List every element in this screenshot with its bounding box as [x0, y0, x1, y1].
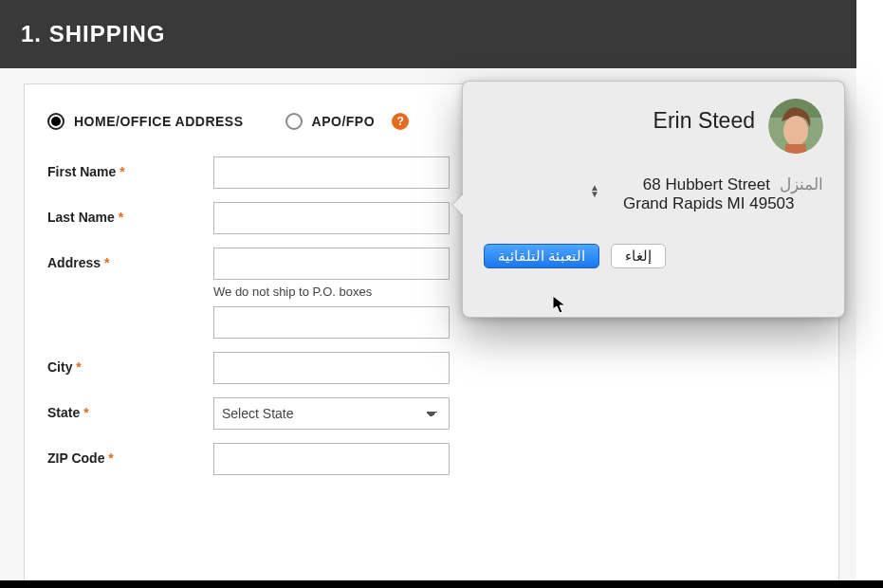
avatar	[768, 99, 823, 154]
first-name-input[interactable]	[213, 156, 450, 189]
city-input[interactable]	[213, 352, 450, 384]
radio-home-office-label: HOME/OFFICE ADDRESS	[74, 114, 244, 129]
last-name-label: Last Name *	[47, 202, 213, 225]
autofill-popover: Erin Steed ▲▼ 68 Hubbert Street	[462, 81, 845, 318]
svg-point-3	[783, 116, 808, 146]
autofill-address-text: 68 Hubbert Street المنزل Grand Rapids MI…	[611, 175, 823, 213]
avatar-icon	[768, 99, 823, 154]
autofill-button[interactable]: التعبئة التلقائية	[484, 244, 599, 268]
zip-label: ZIP Code *	[47, 443, 213, 466]
cancel-button[interactable]: إلغاء	[611, 244, 666, 268]
first-name-label: First Name *	[47, 156, 213, 179]
zip-row: ZIP Code *	[47, 443, 816, 475]
state-row: State * Select State	[47, 397, 816, 430]
city-row: City *	[47, 352, 816, 384]
radio-apo-fpo[interactable]: APO/FPO	[285, 113, 376, 130]
address-label: Address *	[47, 248, 213, 270]
state-select[interactable]: Select State	[213, 397, 450, 430]
autofill-address-tag: المنزل	[780, 175, 823, 194]
city-label: City *	[47, 352, 213, 375]
autofill-address-block: ▲▼ 68 Hubbert Street المنزل Grand Rapids…	[484, 175, 823, 213]
autofill-address-line2: Grand Rapids MI 49503	[623, 194, 795, 213]
radio-unchecked-icon	[285, 113, 303, 130]
autofill-address-line1: 68 Hubbert Street	[643, 175, 770, 194]
address-switcher-icon[interactable]: ▲▼	[588, 184, 601, 197]
step-title: 1. SHIPPING	[21, 21, 165, 47]
address2-input[interactable]	[213, 306, 450, 339]
help-icon[interactable]: ?	[392, 113, 409, 130]
checkout-step-header: 1. SHIPPING	[0, 0, 856, 68]
radio-apo-fpo-label: APO/FPO	[312, 114, 376, 129]
state-label: State *	[47, 397, 213, 420]
radio-checked-icon	[47, 113, 64, 130]
autofill-buttons: التعبئة التلقائية إلغاء	[484, 244, 823, 268]
svg-rect-4	[785, 144, 806, 154]
bottom-border	[0, 580, 883, 588]
autofill-contact-header: Erin Steed	[484, 99, 823, 154]
address1-input[interactable]	[213, 248, 450, 280]
radio-home-office[interactable]: HOME/OFFICE ADDRESS	[47, 113, 244, 130]
autofill-contact-name: Erin Steed	[653, 99, 755, 134]
last-name-input[interactable]	[213, 202, 450, 234]
right-margin	[856, 0, 883, 580]
zip-input[interactable]	[213, 443, 450, 475]
